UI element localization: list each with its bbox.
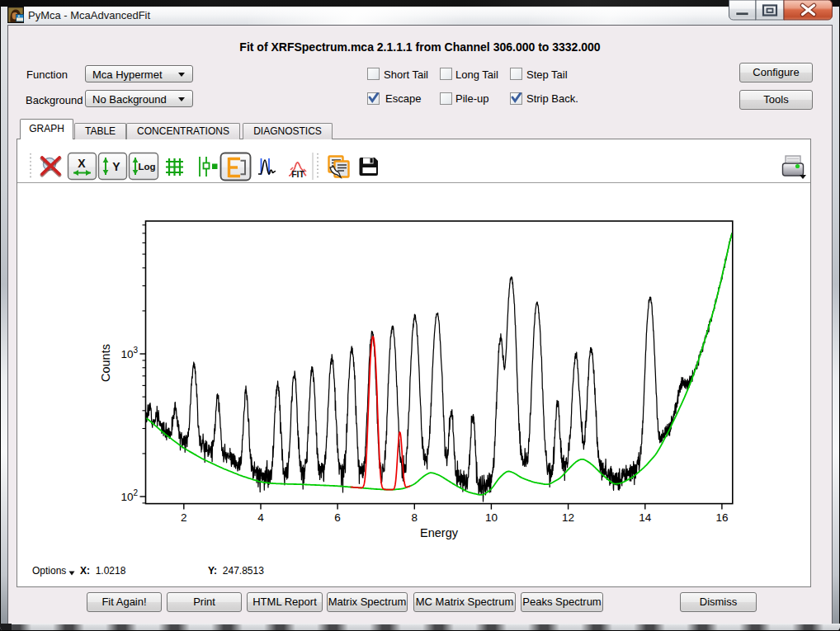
svg-text:Y: Y	[112, 160, 120, 173]
svg-text:8: 8	[412, 511, 418, 524]
svg-text:6: 6	[334, 511, 341, 524]
svg-text:Log: Log	[138, 162, 155, 172]
svg-text:Counts: Counts	[99, 344, 112, 382]
svg-text:Energy: Energy	[420, 526, 459, 539]
svg-text:10: 10	[485, 511, 498, 524]
svg-text:X: X	[78, 157, 86, 170]
svg-text:2: 2	[181, 511, 187, 524]
svg-text:102: 102	[120, 488, 138, 503]
svg-text:103: 103	[120, 346, 138, 360]
svg-text:12: 12	[562, 511, 574, 524]
svg-text:14: 14	[639, 511, 652, 524]
svg-text:16: 16	[715, 511, 728, 524]
svg-text:4: 4	[257, 511, 264, 524]
svg-text:FIT: FIT	[291, 169, 304, 179]
